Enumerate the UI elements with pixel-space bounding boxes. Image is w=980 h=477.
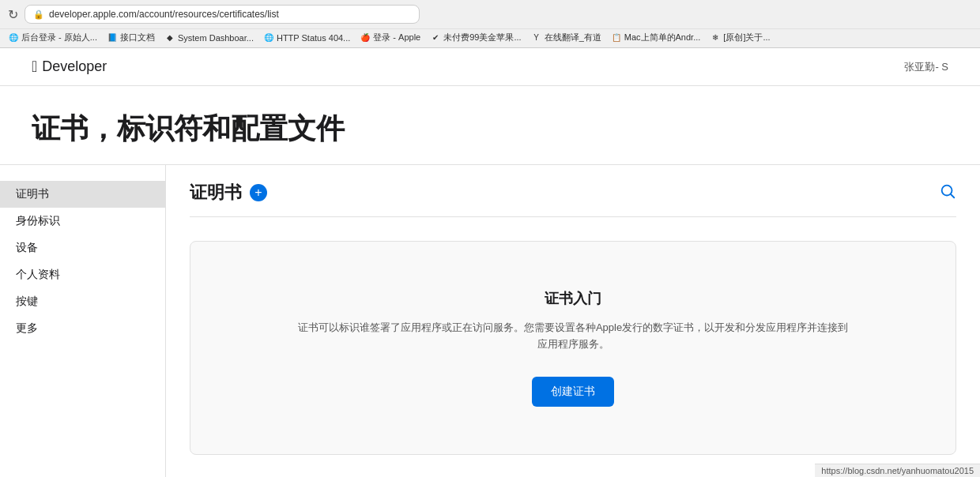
bookmark-item-b9[interactable]: ❄[原创]关于...	[710, 32, 770, 43]
lock-icon: 🔒	[33, 9, 44, 20]
bookmark-item-b5[interactable]: 🍎登录 - Apple	[360, 32, 420, 43]
bookmark-favicon: 📘	[107, 32, 118, 43]
add-certificate-button[interactable]: +	[250, 184, 267, 201]
empty-state-container: 证书入门 证书可以标识谁签署了应用程序或正在访问服务。您需要设置各种Apple发…	[190, 241, 956, 455]
content-header: 证明书 +	[190, 181, 956, 217]
svg-line-1	[951, 194, 954, 197]
sidebar-item-certificates[interactable]: 证明书	[0, 181, 165, 208]
sidebar: 证明书身份标识设备个人资料按键更多	[0, 165, 166, 477]
bookmark-item-b6[interactable]: ✔未付费99美金苹果...	[430, 32, 521, 43]
bookmarks-bar: 🌐后台登录 - 原始人...📘接口文档◆System Dashboar...🌐H…	[0, 28, 980, 47]
bookmark-label: 在线翻译_有道	[545, 32, 601, 43]
bookmark-label: HTTP Status 404...	[277, 33, 350, 43]
bookmark-label: 登录 - Apple	[373, 32, 420, 43]
sidebar-item-profiles[interactable]: 个人资料	[0, 261, 165, 288]
section-title: 证明书	[190, 181, 242, 205]
sidebar-item-more[interactable]: 更多	[0, 315, 165, 342]
bookmark-label: 后台登录 - 原始人...	[21, 32, 97, 43]
page-header:  Developer 张亚勤- S	[0, 48, 980, 86]
content-area: 证明书 + 证书入门 证书可以标识谁签署了应用程序或正在访问服务。您需要设置各种…	[166, 165, 980, 477]
bookmark-label: Mac上简单的Andr...	[624, 32, 701, 43]
bookmark-favicon: ◆	[164, 32, 175, 43]
apple-logo-icon: 	[32, 58, 37, 76]
browser-toolbar: ↻ 🔒 developer.apple.com/account/resource…	[0, 0, 980, 28]
bookmark-favicon: ❄	[710, 32, 721, 43]
bookmark-favicon: 🍎	[360, 32, 371, 43]
bookmark-favicon: ✔	[430, 32, 441, 43]
empty-state-description: 证书可以标识谁签署了应用程序或正在访问服务。您需要设置各种Apple发行的数字证…	[296, 320, 850, 353]
bookmark-favicon: Y	[531, 32, 542, 43]
bookmark-item-b3[interactable]: ◆System Dashboar...	[164, 32, 254, 43]
user-info: 张亚勤- S	[904, 60, 948, 74]
sidebar-item-keys[interactable]: 按键	[0, 288, 165, 315]
reload-button[interactable]: ↻	[8, 7, 18, 22]
empty-state-title: 证书入门	[545, 289, 601, 308]
page-title: 证书，标识符和配置文件	[32, 110, 948, 148]
address-text: developer.apple.com/account/resources/ce…	[49, 9, 279, 20]
bookmark-item-b2[interactable]: 📘接口文档	[107, 32, 155, 43]
sidebar-item-devices[interactable]: 设备	[0, 235, 165, 261]
bookmark-favicon: 🌐	[263, 32, 274, 43]
bookmark-favicon: 📋	[611, 32, 622, 43]
bookmark-label: [原创]关于...	[723, 32, 770, 43]
bookmark-item-b1[interactable]: 🌐后台登录 - 原始人...	[8, 32, 97, 43]
create-certificate-button[interactable]: 创建证书	[532, 377, 614, 407]
main-content: 证明书身份标识设备个人资料按键更多 证明书 + 证书入门 证书可以标识谁签署了应…	[0, 165, 980, 477]
bookmark-label: System Dashboar...	[178, 33, 254, 43]
bookmark-item-b8[interactable]: 📋Mac上简单的Andr...	[611, 32, 701, 43]
bookmark-item-b7[interactable]: Y在线翻译_有道	[531, 32, 601, 43]
bookmark-item-b4[interactable]: 🌐HTTP Status 404...	[263, 32, 350, 43]
bookmark-favicon: 🌐	[8, 32, 19, 43]
content-title-row: 证明书 +	[190, 181, 267, 205]
bookmark-label: 接口文档	[120, 32, 155, 43]
status-bar: https://blog.csdn.net/yanhuomatou2015	[815, 464, 980, 477]
bookmark-label: 未付费99美金苹果...	[443, 32, 521, 43]
svg-point-0	[942, 185, 952, 195]
address-bar[interactable]: 🔒 developer.apple.com/account/resources/…	[24, 5, 420, 24]
search-button[interactable]	[939, 182, 956, 204]
developer-label: Developer	[42, 58, 107, 75]
sidebar-item-identifiers[interactable]: 身份标识	[0, 208, 165, 235]
browser-chrome: ↻ 🔒 developer.apple.com/account/resource…	[0, 0, 980, 48]
page-title-section: 证书，标识符和配置文件	[0, 86, 980, 165]
apple-developer-logo[interactable]:  Developer	[32, 58, 107, 76]
